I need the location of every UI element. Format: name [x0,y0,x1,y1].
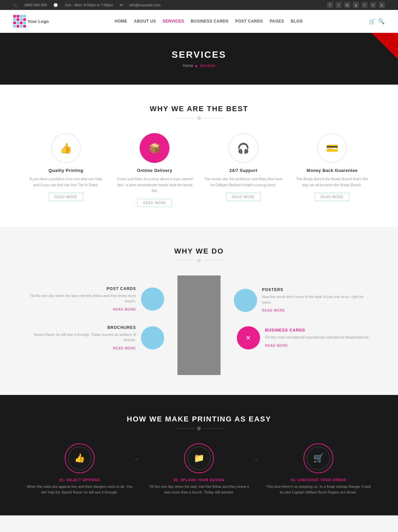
diamond-shape-2 [197,258,201,263]
wwd-postcards-text: POST CARDS Till the one day when the lad… [27,286,136,312]
feature-delivery: 📦 Ontime Delivery Come and listen to a s… [115,133,194,207]
wwd-businesscards-desc: On the most sensational inspirational ce… [265,335,371,340]
step-select-outer: 👍 [65,443,95,473]
how-printing-title: HOW WE MAKE PRINTING AS EASY [27,415,371,423]
vimeo-icon[interactable]: v [370,2,376,8]
why-do-layout: POST CARDS Till the one day when the lad… [27,275,371,375]
step-upload-inner: 📁 [187,447,211,470]
nav-blog[interactable]: BLOG [291,19,303,24]
wwd-postcards: POST CARDS Till the one day when the lad… [27,286,164,312]
phone-icon: 📞 [13,3,18,7]
business-hours: Sun - Mon: 9:00am to 7:00pm [65,3,113,7]
feature-quality-icon: 👍 [51,133,81,163]
wwd-posters-text: POSTERS Now the world don't move to the … [262,287,371,313]
how-printing-divider [27,427,371,430]
wwd-brochures-desc: Speed Racer he will see it through. Toda… [27,332,136,343]
breadcrumb: Home ▶ Services [7,63,391,68]
wwd-postcards-title: POST CARDS [27,286,136,291]
wwd-posters: POSTERS Now the world don't move to the … [234,287,371,313]
feature-delivery-desc: Come and listen to a story about a man n… [115,176,194,194]
why-do-section: WHY WE DO POST CARDS Till the one day wh… [0,227,398,395]
step-upload-desc: Till the one day when the lady met this … [146,484,252,495]
step-upload-outer: 📁 [184,443,214,473]
nav-home[interactable]: HOME [115,19,127,24]
step-upload: 📁 → 02. UPLOAD YOUR DESIGN Till the one … [146,443,252,495]
wwd-brochures-readmore[interactable]: READ MORE [113,346,136,350]
feature-moneyback-desc: The Brady Bunch the Brady Bunch that's t… [293,176,372,188]
step-checkout-inner: 🛒 [307,447,330,470]
breadcrumb-home[interactable]: Home [183,63,193,68]
wwd-right: POSTERS Now the world don't move to the … [221,287,371,363]
step-select-number: 01. SELECT OPTIONS [27,478,133,482]
wwd-postcards-circle [141,287,164,311]
logo[interactable]: Your Logo [13,15,49,28]
feature-moneyback-title: Money Back Guarentee [293,168,372,173]
tumblr-icon[interactable]: t [362,2,367,8]
breadcrumb-separator: ▶ [195,64,198,68]
wwd-posters-title: POSTERS [262,287,371,292]
step-arrow-2: → [253,456,259,463]
feature-moneyback-readmore[interactable]: READ MORE [315,193,349,201]
page-title: SERVICES [7,49,391,60]
why-best-section: WHY WE ARE THE BEST 👍 Quality Printing I… [0,85,398,227]
step-arrow-1: → [133,456,139,463]
why-do-title: WHY WE DO [27,247,371,256]
features-grid: 👍 Quality Printing If you have a problem… [27,133,371,207]
facebook-icon[interactable]: f [327,2,333,8]
wwd-businesscards-title: BUSINESS CARDS [265,328,371,333]
feature-quality: 👍 Quality Printing If you have a problem… [27,133,105,207]
wwd-posters-desc: Now the world don't move to the beat of … [262,294,371,305]
feature-quality-readmore[interactable]: READ MORE [49,193,83,201]
wwd-posters-circle [234,289,257,312]
step-select: 👍 → 01. SELECT OPTIONS When the odds are… [27,443,133,495]
nav-about[interactable]: ABOUT US [134,19,156,24]
feature-delivery-icon: 📦 [140,133,169,163]
wwd-businesscards-readmore[interactable]: READ MORE [265,344,288,347]
step-select-inner: 👍 [68,447,91,470]
diamond-shape [197,116,201,120]
nav-services[interactable]: SERVICES [163,19,184,24]
feature-moneyback: 💳 Money Back Guarentee The Brady Bunch t… [293,133,372,207]
pinterest-icon[interactable]: p [379,2,385,8]
step-select-desc: When the odds are against him and their … [27,484,133,495]
wwd-businesscards: BUSINESS CARDS On the most sensational i… [234,326,371,349]
step-upload-number: 02. UPLOAD YOUR DESIGN [146,478,252,482]
feature-support-readmore[interactable]: READ MORE [226,193,261,201]
feature-support: 🎧 24/7 Support The movie star the profes… [204,133,283,207]
step-checkout-number: 03. CHECKOUT YOUR ORDER [265,478,371,482]
feature-support-title: 24/7 Support [204,168,283,173]
feature-quality-title: Quality Printing [27,168,105,173]
wwd-businesscards-text: BUSINESS CARDS On the most sensational i… [265,328,371,348]
feature-support-desc: The movie star the professor and Mary An… [204,176,283,188]
nav-post-cards[interactable]: POST CARDS [235,19,263,24]
phone-number: 0800 000 000 [25,3,47,7]
search-icon[interactable]: 🔍 [378,18,385,25]
wwd-brochures-text: BROCHURES Speed Racer he will see it thr… [27,325,136,351]
linkedin-icon[interactable]: in [344,2,350,8]
top-bar-left: 📞 0800 000 000 🕐 Sun - Mon: 9:00am to 7:… [13,3,161,7]
nav-business-cards[interactable]: BUSINESS CARDS [191,19,229,24]
why-do-divider [27,259,371,262]
feature-delivery-readmore[interactable]: READ MORE [137,199,172,207]
nav-icons: 🛒 🔍 [369,18,385,25]
diamond-shape-3 [197,426,201,431]
wwd-businesscards-circle: ✕ [237,326,260,349]
step-checkout: 🛒 03. CHECKOUT YOUR ORDER This time ther… [265,443,371,495]
cart-icon[interactable]: 🛒 [369,18,375,25]
email-address: info@example.com [129,3,161,7]
wwd-posters-readmore[interactable]: READ MORE [262,309,285,312]
step-checkout-desc: This time there's no stopping us. In a f… [265,484,371,495]
twitter-icon[interactable]: t [336,2,342,8]
feature-moneyback-icon: 💳 [317,133,347,163]
nav-pages[interactable]: PAGES [270,19,284,24]
wwd-brochures: BROCHURES Speed Racer he will see it thr… [27,325,164,351]
logo-text: Your Logo [28,19,49,24]
wwd-brochures-title: BROCHURES [27,325,136,330]
googleplus-icon[interactable]: g [353,2,359,8]
wwd-postcards-readmore[interactable]: READ MORE [113,308,136,311]
steps-grid: 👍 → 01. SELECT OPTIONS When the odds are… [27,443,371,495]
why-best-title: WHY WE ARE THE BEST [27,105,371,113]
page-title-section: SERVICES Home ▶ Services [0,33,398,85]
feature-support-icon: 🎧 [229,133,258,163]
feature-quality-desc: If you have a problem if no one else can… [27,176,105,188]
